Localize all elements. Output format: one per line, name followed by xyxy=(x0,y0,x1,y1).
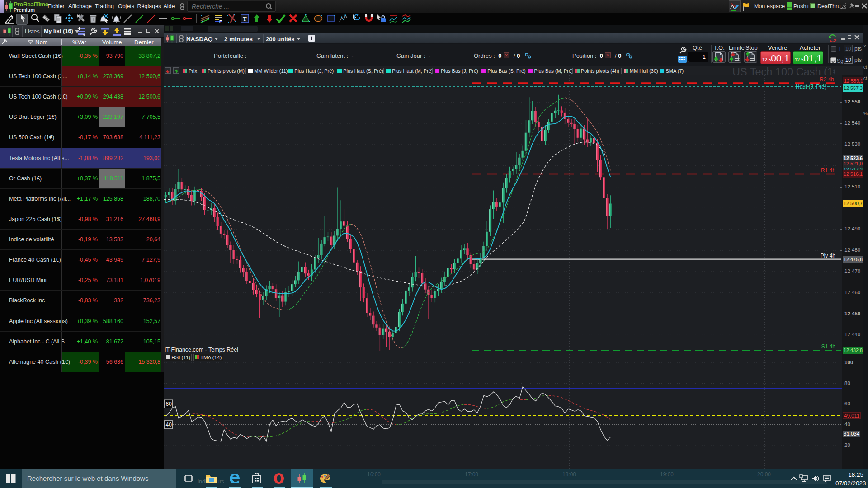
svg-text:R2 4h: R2 4h xyxy=(820,76,834,83)
svg-text:60: 60 xyxy=(166,401,172,407)
svg-text:T: T xyxy=(243,15,247,22)
svg-text:Piv 4h: Piv 4h xyxy=(821,253,835,259)
svg-text:R1 4h: R1 4h xyxy=(821,167,835,174)
svg-text:40: 40 xyxy=(166,422,172,428)
svg-text:Haut (J, Pré): Haut (J, Pré) xyxy=(796,84,826,90)
svg-text:S1 4h: S1 4h xyxy=(821,343,835,350)
svg-text:F: F xyxy=(219,19,222,24)
